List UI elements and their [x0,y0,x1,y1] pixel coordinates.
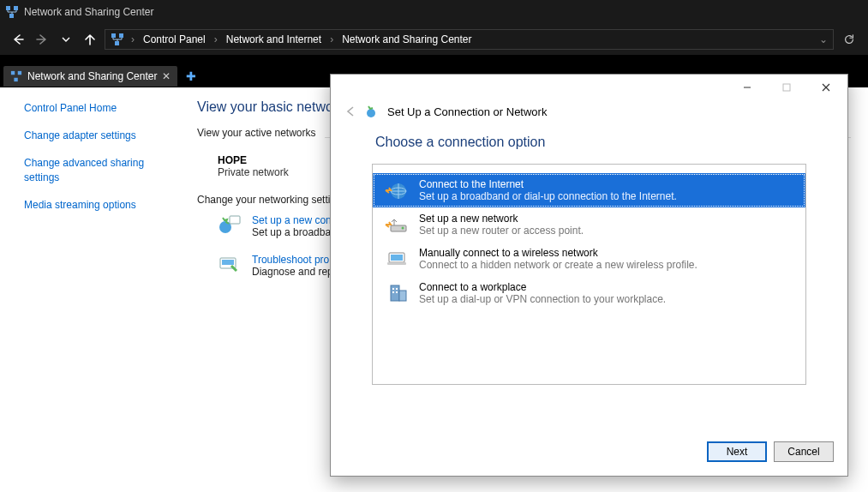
recent-locations-button[interactable] [57,30,75,49]
svg-point-14 [367,109,375,117]
laptop-icon [383,247,410,271]
sidebar-item-adapter[interactable]: Change adapter settings [24,129,168,142]
chevron-down-icon[interactable]: ⌄ [819,33,828,45]
network-center-icon [111,33,124,46]
address-bar[interactable]: › Control Panel › Network and Internet ›… [105,29,834,50]
svg-rect-5 [115,41,119,45]
window-title: Network and Sharing Center [24,6,153,18]
svg-rect-13 [783,84,790,91]
sidebar-item-media-streaming[interactable]: Media streaming options [24,198,168,212]
troubleshoot-desc: Diagnose and repai [252,266,341,278]
next-button[interactable]: Next [707,441,767,462]
back-button[interactable] [9,30,27,49]
connection-wizard-dialog: Set Up a Connection or Network Choose a … [330,74,848,477]
dialog-title: Set Up a Connection or Network [387,105,547,118]
chevron-right-icon: › [326,33,337,45]
svg-rect-20 [391,255,403,261]
back-arrow-icon[interactable] [344,105,358,118]
refresh-button[interactable] [839,29,859,50]
sidebar: Control Panel Home Change adapter settin… [0,87,180,492]
new-tab-button[interactable]: ✚ [181,69,201,83]
cancel-button[interactable]: Cancel [774,441,834,462]
svg-rect-3 [111,33,116,38]
dialog-heading: Choose a connection option [356,129,822,164]
option-title: Connect to the Internet [419,178,677,190]
network-center-icon [5,5,19,19]
option-workplace[interactable]: Connect to a workplace Set up a dial-up … [373,276,805,310]
router-icon [383,213,410,237]
breadcrumb-item[interactable]: Control Panel [141,33,207,45]
close-button[interactable] [806,75,846,100]
option-desc: Set up a new router or access point. [419,225,584,237]
options-list: Connect to the Internet Set up a broadba… [372,164,806,385]
svg-rect-8 [14,78,17,81]
svg-rect-26 [392,291,394,293]
svg-rect-7 [18,71,21,75]
option-desc: Set up a dial-up or VPN connection to yo… [419,293,666,305]
svg-rect-25 [396,288,398,290]
option-desc: Connect to a hidden network or create a … [419,259,697,271]
svg-rect-24 [392,288,394,290]
breadcrumb-item[interactable]: Network and Sharing Center [340,33,473,45]
option-title: Manually connect to a wireless network [419,247,697,259]
svg-rect-23 [399,291,406,301]
tab-label: Network and Sharing Center [27,70,157,82]
network-center-icon [10,70,22,82]
svg-rect-12 [222,260,234,265]
titlebar: Network and Sharing Center [0,0,868,24]
svg-rect-4 [119,33,123,38]
svg-rect-6 [11,71,15,75]
close-tab-button[interactable]: ✕ [162,70,171,82]
sidebar-item-home[interactable]: Control Panel Home [24,101,168,115]
dialog-titlebar [331,75,847,100]
globe-icon [383,178,410,202]
wizard-icon [218,214,243,237]
maximize-button[interactable] [767,75,806,100]
svg-rect-2 [9,14,14,18]
option-desc: Set up a broadband or dial-up connection… [419,190,677,202]
option-title: Set up a new network [419,213,584,225]
sidebar-item-advanced-sharing[interactable]: Change advanced sharing settings [24,156,168,183]
svg-point-18 [402,227,404,230]
breadcrumb-item[interactable]: Network and Internet [224,33,323,45]
option-title: Connect to a workplace [419,281,666,293]
svg-rect-0 [6,6,10,10]
chevron-right-icon: › [128,33,138,45]
up-button[interactable] [81,30,99,49]
building-icon [383,281,410,305]
troubleshoot-link[interactable]: Troubleshoot probl [252,254,341,266]
svg-rect-10 [230,216,240,224]
troubleshoot-icon [218,254,243,276]
option-connect-internet[interactable]: Connect to the Internet Set up a broadba… [373,173,805,207]
svg-rect-22 [391,285,399,301]
svg-rect-27 [396,291,398,293]
forward-button[interactable] [33,30,51,49]
minimize-button[interactable] [727,75,767,100]
active-networks-label: View your active networks [197,127,316,139]
wizard-icon [365,104,380,119]
navbar: › Control Panel › Network and Internet ›… [0,24,868,55]
option-wireless[interactable]: Manually connect to a wireless network C… [373,242,805,276]
dialog-footer: Next Cancel [331,433,847,476]
tab-network-center[interactable]: Network and Sharing Center ✕ [3,66,177,87]
chevron-right-icon: › [211,33,221,45]
option-new-network[interactable]: Set up a new network Set up a new router… [373,207,805,242]
svg-rect-21 [387,262,406,265]
svg-rect-1 [14,6,18,10]
